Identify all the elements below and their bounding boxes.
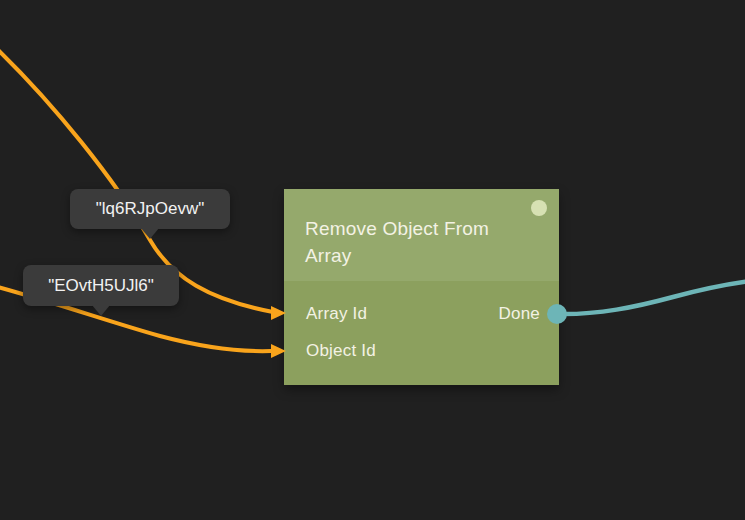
wire-value-label-2: "EOvtH5UJl6" [23, 265, 179, 306]
port-row-2: Object Id [306, 332, 540, 369]
node-graph-canvas[interactable]: Remove Object From Array Array Id Done O… [0, 0, 745, 520]
node-body: Array Id Done Object Id [284, 281, 559, 385]
tooltip-pointer-icon [141, 228, 159, 239]
input-port-object-id[interactable]: Object Id [306, 341, 376, 361]
node-header: Remove Object From Array [284, 189, 559, 281]
tooltip-pointer-icon [92, 305, 110, 316]
wire-value-label-1: "lq6RJpOevw" [70, 189, 230, 229]
output-port-done[interactable]: Done [499, 304, 540, 324]
status-indicator-dot [531, 200, 547, 216]
node-title: Remove Object From Array [305, 215, 514, 269]
wire-value-text-2: "EOvtH5UJl6" [48, 276, 154, 296]
input-port-array-id[interactable]: Array Id [306, 304, 367, 324]
port-row-1: Array Id Done [306, 295, 540, 332]
wire-value-text-1: "lq6RJpOevw" [96, 199, 204, 219]
node-remove-object-from-array[interactable]: Remove Object From Array Array Id Done O… [284, 189, 559, 385]
wire-from-done[interactable] [557, 281, 745, 314]
